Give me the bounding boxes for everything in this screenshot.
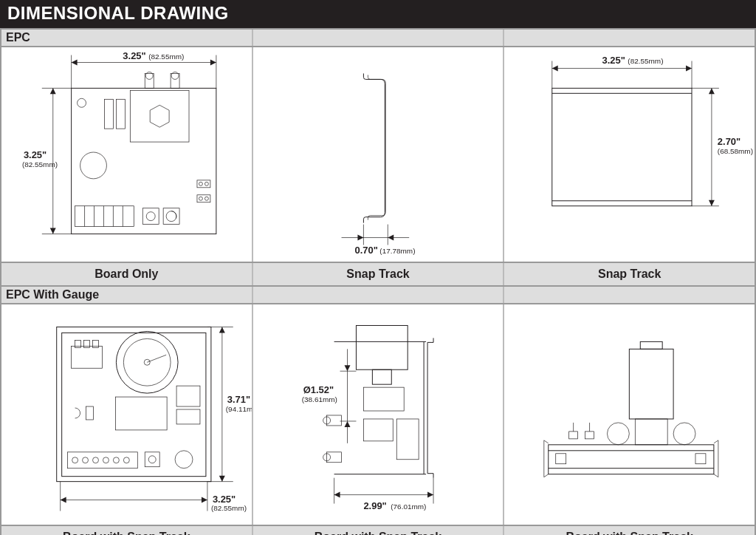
svg-point-82 [83, 457, 89, 463]
caption-gauge-2: Board with Snap Track [504, 526, 755, 535]
section-header-epc: EPC [0, 28, 756, 47]
dim-snap-front-h: 2.70" [718, 136, 740, 147]
svg-rect-10 [72, 88, 216, 234]
dim-snap-front-w-mm: (82.55mm) [628, 57, 664, 65]
svg-marker-50 [709, 88, 715, 94]
svg-rect-11 [130, 90, 189, 142]
caption-gauge-1: Board with Snap Track [252, 526, 505, 535]
svg-rect-110 [396, 419, 419, 460]
epc-captions-row: Board Only Snap Track Snap Track [0, 262, 756, 287]
svg-rect-71 [72, 346, 103, 368]
dim-gauge-side-w: 2.99" [363, 500, 386, 511]
svg-rect-114 [630, 349, 674, 419]
dim-snap-front-w: 3.25" [602, 55, 625, 66]
svg-rect-77 [176, 386, 200, 406]
svg-marker-58 [219, 327, 225, 333]
section-name-epc-gauge: EPC With Gauge [6, 288, 99, 301]
svg-marker-46 [686, 65, 692, 71]
svg-point-88 [148, 456, 156, 463]
svg-marker-4 [210, 60, 216, 66]
svg-rect-27 [142, 208, 159, 225]
svg-point-16 [171, 72, 179, 79]
svg-rect-111 [549, 445, 714, 474]
svg-rect-78 [176, 409, 200, 424]
section-header-epc-gauge: EPC With Gauge [0, 287, 756, 304]
svg-point-33 [199, 182, 202, 185]
svg-marker-9 [50, 228, 56, 234]
svg-rect-73 [84, 340, 90, 347]
dim-epc-board-w-mm: (82.55mm) [148, 52, 184, 61]
epc-gauge-figures-row: 3.71" (94.11mm) 3.25" (82.55mm) [0, 304, 756, 525]
svg-marker-93 [344, 421, 350, 427]
svg-point-17 [80, 152, 107, 179]
svg-rect-105 [326, 415, 341, 426]
dim-snap-side-w: 0.70" [354, 245, 377, 256]
caption-gauge-0: Board with Snap Track [1, 526, 252, 535]
title-bar: DIMENSIONAL DRAWING [0, 0, 756, 28]
drawing-gauge-front [504, 304, 755, 525]
dim-gauge-side-w-mm: (76.01mm) [391, 502, 426, 511]
dim-epc-board-w: 3.25" [123, 50, 145, 61]
epc-gauge-captions-row: Board with Snap Track Board with Snap Tr… [0, 525, 756, 535]
dim-epc-board-h: 3.25" [24, 149, 47, 160]
dim-epc-board-h-mm: (82.55mm) [22, 160, 58, 168]
svg-marker-64 [202, 497, 207, 503]
svg-marker-59 [219, 476, 225, 482]
svg-rect-15 [171, 73, 179, 88]
svg-rect-29 [163, 208, 179, 225]
svg-point-14 [145, 72, 153, 79]
dim-snap-side-w-mm: (17.78mm) [379, 247, 415, 255]
svg-marker-45 [552, 65, 558, 71]
drawing-epc-board: 3.25" (82.55mm) 3.25" (82.55mm) [1, 47, 252, 262]
svg-marker-51 [709, 200, 715, 206]
svg-marker-41 [388, 235, 394, 241]
svg-point-36 [205, 197, 208, 200]
svg-rect-104 [363, 387, 404, 411]
svg-rect-102 [356, 325, 408, 369]
title-text: DIMENSIONAL DRAWING [7, 3, 229, 23]
figure-epc-snaptrack-side: 0.70" (17.78mm) [252, 47, 505, 262]
figure-epc-snaptrack-front: 3.25" (82.55mm) 2.70" (68.58mm) [504, 47, 755, 262]
svg-rect-13 [145, 73, 154, 88]
svg-rect-120 [585, 432, 594, 439]
svg-rect-103 [372, 369, 391, 384]
drawing-snaptrack-side: 0.70" (17.78mm) [253, 47, 504, 262]
svg-point-79 [175, 451, 193, 468]
svg-marker-40 [357, 235, 363, 241]
caption-epc-0: Board Only [1, 263, 252, 285]
dim-gauge-top-h: 3.71" [227, 394, 250, 405]
section-header-cell: EPC [1, 30, 252, 46]
svg-rect-74 [93, 340, 99, 347]
svg-rect-19 [116, 99, 125, 129]
dim-snap-front-h-mm: (68.58mm) [718, 147, 753, 155]
svg-point-83 [93, 457, 99, 463]
svg-rect-72 [75, 340, 81, 347]
svg-marker-98 [427, 492, 433, 498]
svg-point-86 [123, 457, 129, 463]
svg-rect-116 [636, 419, 668, 445]
svg-point-34 [205, 182, 208, 185]
caption-epc-1: Snap Track [252, 263, 505, 285]
svg-rect-65 [57, 327, 211, 481]
svg-marker-12 [150, 105, 169, 127]
svg-rect-123 [556, 454, 566, 464]
section-header-cell-2: EPC With Gauge [1, 287, 252, 303]
svg-rect-21 [75, 206, 134, 227]
svg-rect-124 [695, 454, 706, 464]
svg-rect-109 [363, 419, 393, 441]
svg-marker-63 [61, 497, 66, 503]
svg-point-81 [72, 457, 78, 463]
svg-rect-75 [86, 406, 94, 420]
drawing-gauge-side: Ø1.52" (38.61mm) 2.99" (76.01mm) [253, 304, 504, 525]
svg-point-84 [103, 457, 109, 463]
svg-marker-97 [334, 492, 340, 498]
figure-gauge-board-top: 3.71" (94.11mm) 3.25" (82.55mm) [1, 304, 252, 525]
svg-point-118 [673, 423, 695, 445]
svg-point-20 [78, 98, 86, 107]
svg-rect-52 [552, 88, 692, 205]
figure-epc-board-only: 3.25" (82.55mm) 3.25" (82.55mm) [1, 47, 252, 262]
svg-marker-3 [72, 60, 78, 66]
figure-gauge-board-side: Ø1.52" (38.61mm) 2.99" (76.01mm) [252, 304, 505, 525]
dim-gauge-top-w-mm: (82.55mm) [211, 504, 247, 512]
drawing-snaptrack-front: 3.25" (82.55mm) 2.70" (68.58mm) [504, 47, 755, 262]
